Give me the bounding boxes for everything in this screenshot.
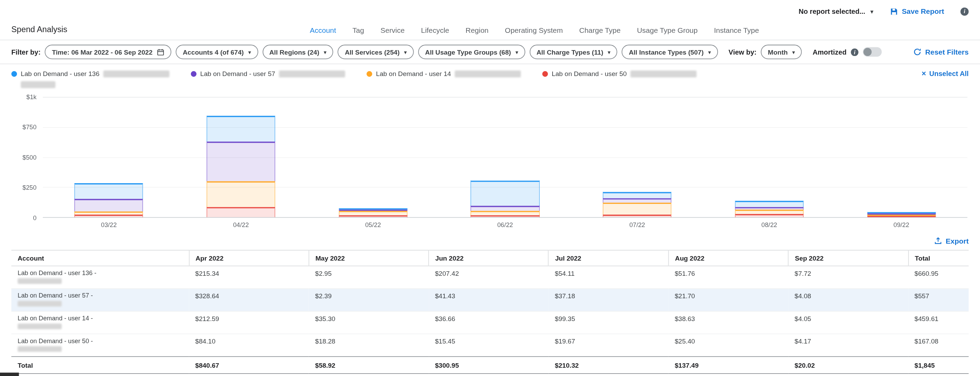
value-cell: $7.72 xyxy=(788,266,908,289)
table-row[interactable]: Lab on Demand - user 136 -$215.34$2.95$2… xyxy=(11,266,969,289)
spend-table: AccountApr 2022May 2022Jun 2022Jul 2022A… xyxy=(11,250,969,374)
reset-filters-button[interactable]: Reset Filters xyxy=(913,48,969,56)
tab-region[interactable]: Region xyxy=(465,26,488,34)
bar-segment xyxy=(735,207,803,209)
total-value-cell: $137.49 xyxy=(668,357,788,374)
bar-segment xyxy=(867,216,936,217)
view-by-pill[interactable]: Month ▾ xyxy=(761,44,802,59)
x-axis-label: 08/22 xyxy=(703,222,835,228)
unselect-all-button[interactable]: × Unselect All xyxy=(921,70,969,78)
filter-by-label: Filter by: xyxy=(11,48,41,56)
tab-usage-type-group[interactable]: Usage Type Group xyxy=(637,26,697,34)
legend-item-lab-on-demand-user-14[interactable]: Lab on Demand - user 14 xyxy=(367,70,521,78)
tab-lifecycle[interactable]: Lifecycle xyxy=(421,26,449,34)
value-cell: $4.08 xyxy=(788,289,908,311)
bar-segment xyxy=(75,214,143,217)
chart-legend: Lab on Demand - user 136Lab on Demand - … xyxy=(0,64,980,92)
value-cell: $18.28 xyxy=(309,334,429,357)
filter-pill-all-services-254[interactable]: All Services (254)▾ xyxy=(338,44,414,59)
filter-pill-all-instance-types-507[interactable]: All Instance Types (507)▾ xyxy=(622,44,718,59)
account-cell: Lab on Demand - user 57 - xyxy=(11,289,189,311)
save-icon xyxy=(890,7,898,16)
bar-segment xyxy=(207,181,275,207)
account-cell: Lab on Demand - user 50 - xyxy=(11,334,189,357)
tab-charge-type[interactable]: Charge Type xyxy=(579,26,621,34)
table-row[interactable]: Lab on Demand - user 57 -$328.64$2.39$41… xyxy=(11,289,969,311)
value-cell: $36.66 xyxy=(429,311,549,334)
total-value-cell: $20.02 xyxy=(788,357,908,374)
plot-area xyxy=(43,97,967,218)
table-row[interactable]: Lab on Demand - user 14 -$212.59$35.30$3… xyxy=(11,311,969,334)
info-icon[interactable]: i xyxy=(960,7,969,16)
tab-service[interactable]: Service xyxy=(380,26,404,34)
legend-item-lab-on-demand-user-50[interactable]: Lab on Demand - user 50 xyxy=(542,70,697,78)
info-icon[interactable]: i xyxy=(851,48,859,56)
filter-pill-label: Accounts 4 (of 674) xyxy=(183,48,244,56)
total-value-cell: $300.95 xyxy=(429,357,549,374)
bar-segment xyxy=(603,214,671,217)
chevron-down-icon: ▾ xyxy=(870,8,873,15)
chevron-down-icon: ▾ xyxy=(324,49,326,55)
redacted-text xyxy=(103,70,169,77)
redacted-text xyxy=(279,70,345,77)
bar-segment xyxy=(207,116,275,141)
legend-item-lab-on-demand-user-57[interactable]: Lab on Demand - user 57 xyxy=(191,70,345,78)
bar-segment xyxy=(207,207,275,217)
account-cell: Lab on Demand - user 14 - xyxy=(11,311,189,334)
filter-pill-accounts-4-of-674[interactable]: Accounts 4 (of 674)▾ xyxy=(176,44,258,59)
col-header-jul-2022: Jul 2022 xyxy=(549,250,668,266)
export-button[interactable]: Export xyxy=(934,237,969,245)
value-cell: $19.67 xyxy=(549,334,668,357)
report-selector-dropdown[interactable]: No report selected... ▾ xyxy=(799,8,873,15)
tab-operating-system[interactable]: Operating System xyxy=(505,26,563,34)
account-name: Lab on Demand - user 57 - xyxy=(18,292,183,299)
value-cell: $328.64 xyxy=(189,289,309,311)
bar-segment xyxy=(75,211,143,214)
account-name: Lab on Demand - user 50 - xyxy=(18,337,183,344)
y-axis-label: $250 xyxy=(22,184,37,191)
legend-item-lab-on-demand-user-136[interactable]: Lab on Demand - user 136 xyxy=(11,70,169,90)
chevron-down-icon: ▾ xyxy=(515,49,518,55)
bar-03-22[interactable] xyxy=(75,184,143,217)
bar-09-22[interactable] xyxy=(867,212,936,217)
value-cell: $84.10 xyxy=(189,334,309,357)
redacted-text xyxy=(18,278,62,284)
filter-pill-all-usage-type-groups-68[interactable]: All Usage Type Groups (68)▾ xyxy=(418,44,525,59)
total-value-cell: $58.92 xyxy=(309,357,429,374)
amortized-toggle[interactable] xyxy=(863,48,882,57)
bar-05-22[interactable] xyxy=(339,208,407,217)
bar-series xyxy=(43,97,967,217)
legend-items: Lab on Demand - user 136Lab on Demand - … xyxy=(11,70,697,90)
bar-06-22[interactable] xyxy=(471,181,539,217)
table-row[interactable]: Lab on Demand - user 50 -$84.10$18.28$15… xyxy=(11,334,969,357)
bar-04-22[interactable] xyxy=(207,116,275,217)
x-axis-label: 09/22 xyxy=(835,222,967,228)
chevron-down-icon: ▾ xyxy=(608,49,610,55)
bar-segment xyxy=(471,211,539,215)
bar-segment xyxy=(603,198,671,203)
bar-07-22[interactable] xyxy=(603,192,671,217)
y-axis-label: $500 xyxy=(22,154,37,161)
col-header-apr-2022: Apr 2022 xyxy=(189,250,309,266)
save-report-button[interactable]: Save Report xyxy=(890,7,944,16)
tab-instance-type[interactable]: Instance Type xyxy=(714,26,759,34)
legend-dot xyxy=(191,71,196,76)
tab-tag[interactable]: Tag xyxy=(352,26,364,34)
close-icon: × xyxy=(921,70,926,78)
page-title: Spend Analysis xyxy=(11,25,67,34)
col-header-aug-2022: Aug 2022 xyxy=(668,250,788,266)
tab-account[interactable]: Account xyxy=(310,26,336,34)
filter-pill-all-regions-24[interactable]: All Regions (24)▾ xyxy=(262,44,334,59)
redacted-text xyxy=(21,81,55,88)
bar-08-22[interactable] xyxy=(735,200,803,217)
y-axis-label: $1k xyxy=(26,93,36,100)
value-cell: $21.70 xyxy=(668,289,788,311)
time-filter-pill[interactable]: Time: 06 Mar 2022 - 06 Sep 2022 xyxy=(45,44,172,59)
spend-analysis-app: No report selected... ▾ Save Report i Sp… xyxy=(0,0,980,376)
filter-pill-all-charge-types-11[interactable]: All Charge Types (11)▾ xyxy=(530,44,617,59)
toggle-knob xyxy=(864,48,872,56)
chevron-down-icon: ▾ xyxy=(708,49,711,55)
filter-pill-label: All Usage Type Groups (68) xyxy=(425,48,511,56)
chevron-down-icon: ▾ xyxy=(404,49,407,55)
export-label: Export xyxy=(946,237,969,245)
